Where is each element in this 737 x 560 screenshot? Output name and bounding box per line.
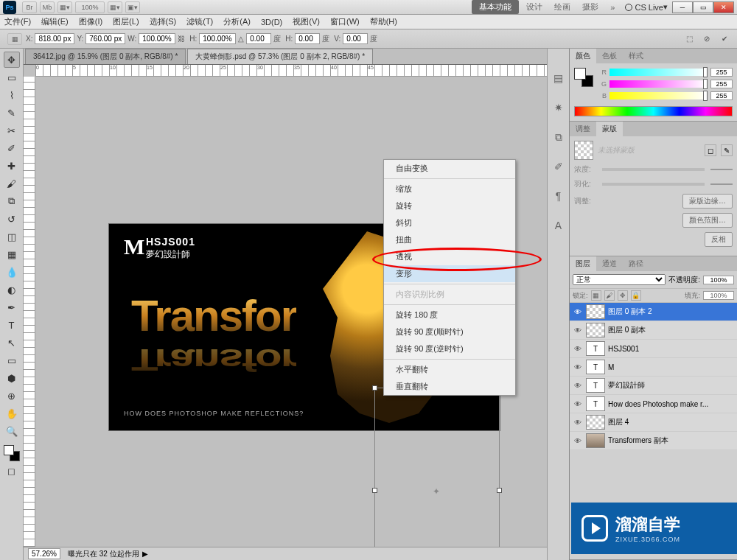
- dodge-tool[interactable]: ◐: [4, 281, 20, 298]
- layer-row[interactable]: 👁图层 4: [570, 413, 737, 432]
- ctx-rotate-90-cw[interactable]: 旋转 90 度(顺时针): [384, 323, 515, 340]
- workspace-button[interactable]: 基本功能: [472, 0, 519, 14]
- eyedropper-tool[interactable]: ✐: [4, 140, 20, 156]
- menu-select[interactable]: 选择(S): [150, 16, 177, 27]
- character-panel-icon[interactable]: ✐: [551, 159, 566, 174]
- menu-image[interactable]: 图像(I): [79, 16, 102, 27]
- brush-panel-icon[interactable]: ✷: [551, 100, 566, 115]
- density-slider[interactable]: [602, 168, 705, 171]
- bridge-icon[interactable]: Br: [22, 1, 37, 13]
- ruler-horizontal[interactable]: 051015202530354045: [35, 65, 547, 77]
- paragraph-panel-icon[interactable]: ¶: [551, 189, 566, 203]
- status-zoom[interactable]: 57.26%: [28, 548, 60, 559]
- menu-window[interactable]: 窗口(W): [330, 16, 360, 27]
- fill-value[interactable]: 100%: [703, 291, 734, 300]
- minimize-button[interactable]: ─: [672, 1, 693, 13]
- visibility-icon[interactable]: 👁: [573, 419, 583, 427]
- workspace-design[interactable]: 设计: [526, 1, 542, 13]
- maximize-button[interactable]: ▭: [693, 1, 713, 13]
- shape-tool[interactable]: ▭: [4, 352, 20, 368]
- link-icon[interactable]: ⛓: [178, 35, 185, 43]
- handle-l[interactable]: [372, 488, 377, 493]
- brush-tool[interactable]: 🖌: [4, 175, 20, 192]
- menu-layer[interactable]: 图层(L): [113, 16, 139, 27]
- handle-tl[interactable]: [372, 385, 377, 391]
- feather-slider[interactable]: [602, 183, 705, 186]
- quick-select-tool[interactable]: ✎: [4, 105, 20, 121]
- vector-mask-icon[interactable]: ✎: [721, 144, 733, 156]
- value-b[interactable]: 255: [710, 91, 733, 100]
- layer-row[interactable]: 👁Transformers 副本: [570, 432, 737, 450]
- transform-center[interactable]: ✦: [433, 486, 441, 495]
- ctx-rotate[interactable]: 旋转: [384, 197, 515, 214]
- cs-live[interactable]: CS Live ▾: [625, 2, 668, 12]
- layer-row[interactable]: 👁图层 0 副本 2: [570, 303, 737, 321]
- layer-row[interactable]: 👁TM: [570, 358, 737, 377]
- value-angle[interactable]: 0.00: [246, 33, 271, 44]
- blend-mode-select[interactable]: 正常: [573, 274, 666, 285]
- value-w[interactable]: 100.00%: [139, 33, 175, 44]
- close-button[interactable]: ✕: [713, 1, 734, 13]
- pixel-mask-icon[interactable]: ◻: [705, 144, 716, 156]
- ruler-vertical[interactable]: [24, 77, 35, 547]
- visibility-icon[interactable]: 👁: [573, 308, 583, 316]
- tab-layers[interactable]: 图层: [570, 256, 596, 271]
- menu-view[interactable]: 视图(V): [293, 16, 320, 27]
- visibility-icon[interactable]: 👁: [573, 326, 583, 335]
- type-tool[interactable]: T: [4, 317, 20, 333]
- tab-color[interactable]: 颜色: [570, 49, 596, 63]
- ctx-warp[interactable]: 变形: [384, 265, 515, 282]
- doc-tab-1[interactable]: 36412.jpg @ 15.9% (图层 0 副本, RGB/8#) *: [25, 49, 186, 64]
- color-spectrum[interactable]: [574, 106, 733, 116]
- ctx-flip-h[interactable]: 水平翻转: [384, 361, 515, 378]
- value-g[interactable]: 255: [710, 80, 733, 88]
- lasso-tool[interactable]: ⌇: [4, 87, 20, 103]
- tab-swatches[interactable]: 色板: [596, 49, 623, 63]
- ctx-rotate-90-ccw[interactable]: 旋转 90 度(逆时针): [384, 340, 515, 357]
- tab-channels[interactable]: 通道: [596, 256, 623, 271]
- commit-transform-icon[interactable]: ✔: [718, 32, 731, 46]
- tab-masks[interactable]: 蒙版: [596, 122, 623, 136]
- history-brush-tool[interactable]: ↺: [4, 211, 20, 227]
- slider-g[interactable]: [609, 80, 706, 88]
- layer-row[interactable]: 👁THSJS001: [570, 340, 737, 358]
- layer-row[interactable]: 👁图层 0 副本: [570, 321, 737, 340]
- stamp-tool[interactable]: ⧉: [4, 193, 20, 209]
- lock-transparency-icon[interactable]: ▦: [591, 290, 601, 301]
- arrange-docs-icon[interactable]: ▦▾: [108, 1, 122, 13]
- view-extras-icon[interactable]: ▦▾: [57, 1, 72, 13]
- visibility-icon[interactable]: 👁: [573, 437, 583, 445]
- move-tool[interactable]: ✥: [4, 52, 20, 68]
- screen-mode-icon[interactable]: ▣▾: [125, 1, 140, 13]
- menu-analysis[interactable]: 分析(A): [223, 16, 251, 27]
- quick-mask-tool[interactable]: ◻: [4, 463, 20, 479]
- value-r[interactable]: 255: [710, 68, 733, 77]
- slider-b[interactable]: [609, 92, 706, 99]
- ctx-rotate-180[interactable]: 旋转 180 度: [384, 307, 515, 323]
- status-arrow[interactable]: ▶: [142, 550, 148, 558]
- visibility-icon[interactable]: 👁: [573, 382, 583, 390]
- density-value[interactable]: [710, 169, 733, 170]
- ctx-skew[interactable]: 斜切: [384, 214, 515, 231]
- cancel-transform-icon[interactable]: ⊘: [700, 32, 713, 46]
- menu-edit[interactable]: 编辑(E): [41, 16, 69, 27]
- mini-bridge-icon[interactable]: Mb: [40, 1, 55, 13]
- styles-panel-icon[interactable]: A: [551, 218, 566, 233]
- lock-all-icon[interactable]: 🔒: [631, 290, 641, 301]
- lock-pixels-icon[interactable]: 🖌: [604, 290, 615, 301]
- healing-tool[interactable]: ✚: [4, 158, 20, 174]
- value-y[interactable]: 760.00 px: [85, 33, 125, 44]
- 3d-tool[interactable]: ⬢: [4, 370, 20, 386]
- menu-3d[interactable]: 3D(D): [261, 18, 282, 27]
- clone-panel-icon[interactable]: ⧉: [551, 130, 566, 144]
- layer-row[interactable]: 👁T夢幻設計師: [570, 377, 737, 395]
- ctx-free-transform[interactable]: 自由变换: [384, 160, 515, 177]
- gradient-tool[interactable]: ▦: [4, 246, 20, 262]
- zoom-tool[interactable]: 🔍: [4, 423, 20, 439]
- path-select-tool[interactable]: ↖: [4, 335, 20, 351]
- pen-tool[interactable]: ✒: [4, 299, 20, 315]
- history-panel-icon[interactable]: ▤: [551, 71, 566, 85]
- tab-styles[interactable]: 样式: [623, 49, 649, 63]
- transform-origin-icon[interactable]: ▦: [7, 33, 22, 45]
- eraser-tool[interactable]: ◫: [4, 228, 20, 245]
